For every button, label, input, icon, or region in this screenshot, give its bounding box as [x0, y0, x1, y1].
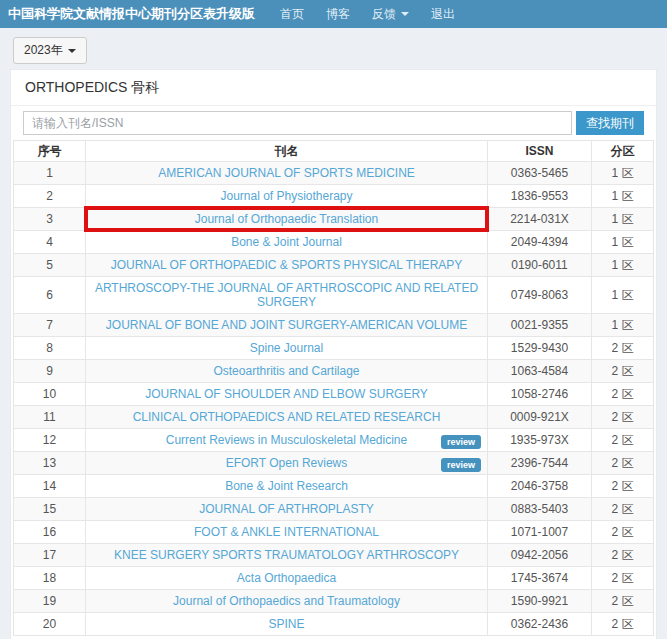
journal-link[interactable]: Bone & Joint Research — [225, 479, 348, 493]
journal-link[interactable]: Bone & Joint Journal — [231, 235, 342, 249]
col-issn: 0749-8063 — [488, 277, 592, 314]
search-input[interactable] — [23, 111, 572, 135]
journal-link[interactable]: Osteoarthritis and Cartilage — [213, 364, 359, 378]
table-row: 7JOURNAL OF BONE AND JOINT SURGERY-AMERI… — [14, 314, 654, 337]
column-header: 刊名 — [86, 141, 488, 162]
col-issn: 0362-2436 — [488, 613, 592, 636]
col-zone: 1 区 — [592, 208, 654, 231]
journal-link[interactable]: JOURNAL OF SHOULDER AND ELBOW SURGERY — [145, 387, 428, 401]
nav-item-feedback[interactable]: 反馈 — [361, 6, 420, 23]
review-badge: review — [441, 458, 481, 472]
journal-link[interactable]: Current Reviews in Musculoskeletal Medic… — [166, 433, 407, 447]
col-zone: 2 区 — [592, 360, 654, 383]
col-issn: 0009-921X — [488, 406, 592, 429]
journal-link[interactable]: JOURNAL OF BONE AND JOINT SURGERY-AMERIC… — [106, 318, 467, 332]
table-row: 12Current Reviews in Musculoskeletal Med… — [14, 429, 654, 452]
top-navbar: 中国科学院文献情报中心期刊分区表升级版 首页博客反馈退出 — [0, 0, 667, 28]
journal-link[interactable]: JOURNAL OF ORTHOPAEDIC & SPORTS PHYSICAL… — [111, 258, 463, 272]
nav-item-home[interactable]: 首页 — [269, 6, 315, 23]
caret-down-icon — [401, 12, 409, 16]
col-zone: 2 区 — [592, 337, 654, 360]
col-issn: 0021-9355 — [488, 314, 592, 337]
col-zone: 2 区 — [592, 590, 654, 613]
col-index: 19 — [14, 590, 86, 613]
journal-link[interactable]: FOOT & ANKLE INTERNATIONAL — [194, 525, 379, 539]
col-issn: 1836-9553 — [488, 185, 592, 208]
col-journal-name: ARTHROSCOPY-THE JOURNAL OF ARTHROSCOPIC … — [86, 277, 488, 314]
year-dropdown-button[interactable]: 2023年 — [13, 37, 87, 64]
journal-table-body: 1AMERICAN JOURNAL OF SPORTS MEDICINE0363… — [14, 162, 654, 636]
col-issn: 0190-6011 — [488, 254, 592, 277]
col-issn: 2046-3758 — [488, 475, 592, 498]
col-journal-name: Journal of Orthopaedics and Traumatology — [86, 590, 488, 613]
col-zone: 2 区 — [592, 567, 654, 590]
journal-link[interactable]: SPINE — [268, 617, 304, 631]
journal-link[interactable]: AMERICAN JOURNAL OF SPORTS MEDICINE — [158, 166, 415, 180]
col-zone: 1 区 — [592, 254, 654, 277]
col-zone: 1 区 — [592, 314, 654, 337]
col-issn: 2214-031X — [488, 208, 592, 231]
table-row: 2Journal of Physiotherapy1836-95531 区 — [14, 185, 654, 208]
col-journal-name: Acta Orthopaedica — [86, 567, 488, 590]
table-row: 6ARTHROSCOPY-THE JOURNAL OF ARTHROSCOPIC… — [14, 277, 654, 314]
caret-down-icon — [68, 49, 76, 53]
col-zone: 1 区 — [592, 277, 654, 314]
col-index: 15 — [14, 498, 86, 521]
journal-link[interactable]: ARTHROSCOPY-THE JOURNAL OF ARTHROSCOPIC … — [95, 281, 478, 309]
journal-link[interactable]: JOURNAL OF ARTHROPLASTY — [199, 502, 374, 516]
col-journal-name: FOOT & ANKLE INTERNATIONAL — [86, 521, 488, 544]
col-index: 10 — [14, 383, 86, 406]
col-index: 7 — [14, 314, 86, 337]
col-journal-name: Osteoarthritis and Cartilage — [86, 360, 488, 383]
journal-link[interactable]: Spine Journal — [250, 341, 323, 355]
journal-link[interactable]: EFORT Open Reviews — [226, 456, 348, 470]
col-issn: 0942-2056 — [488, 544, 592, 567]
col-zone: 2 区 — [592, 383, 654, 406]
col-issn: 2396-7544 — [488, 452, 592, 475]
site-title: 中国科学院文献情报中心期刊分区表升级版 — [8, 5, 255, 23]
col-issn: 1529-9430 — [488, 337, 592, 360]
review-badge: review — [441, 435, 481, 449]
nav-item-logout[interactable]: 退出 — [420, 6, 466, 23]
search-bar: 查找期刊 — [11, 106, 656, 140]
nav-item-label: 反馈 — [372, 6, 396, 23]
table-row: 3Journal of Orthopaedic Translation2214-… — [14, 208, 654, 231]
col-journal-name: SPINE — [86, 613, 488, 636]
col-journal-name: JOURNAL OF ARTHROPLASTY — [86, 498, 488, 521]
journal-link[interactable]: KNEE SURGERY SPORTS TRAUMATOLOGY ARTHROS… — [114, 548, 459, 562]
col-index: 6 — [14, 277, 86, 314]
col-index: 9 — [14, 360, 86, 383]
table-row: 10JOURNAL OF SHOULDER AND ELBOW SURGERY1… — [14, 383, 654, 406]
journal-link[interactable]: Journal of Orthopaedics and Traumatology — [173, 594, 400, 608]
journal-link[interactable]: CLINICAL ORTHOPAEDICS AND RELATED RESEAR… — [133, 410, 441, 424]
col-issn: 1745-3674 — [488, 567, 592, 590]
column-header: 序号 — [14, 141, 86, 162]
table-header-row: 序号刊名ISSN分区 — [14, 141, 654, 162]
table-row: 11CLINICAL ORTHOPAEDICS AND RELATED RESE… — [14, 406, 654, 429]
col-zone: 2 区 — [592, 613, 654, 636]
col-journal-name: Journal of Physiotherapy — [86, 185, 488, 208]
journal-link[interactable]: Journal of Physiotherapy — [220, 189, 352, 203]
col-journal-name: EFORT Open Reviewsreview — [86, 452, 488, 475]
col-index: 11 — [14, 406, 86, 429]
col-index: 18 — [14, 567, 86, 590]
nav-item-label: 首页 — [280, 6, 304, 23]
search-journal-button[interactable]: 查找期刊 — [576, 111, 644, 135]
col-zone: 1 区 — [592, 231, 654, 254]
journal-link[interactable]: Journal of Orthopaedic Translation — [195, 212, 378, 226]
col-zone: 1 区 — [592, 162, 654, 185]
content-panel: ORTHOPEDICS 骨科 查找期刊 序号刊名ISSN分区 1AMERICAN… — [10, 69, 657, 639]
col-index: 20 — [14, 613, 86, 636]
year-dropdown-label: 2023年 — [24, 42, 63, 59]
col-journal-name: JOURNAL OF BONE AND JOINT SURGERY-AMERIC… — [86, 314, 488, 337]
col-index: 8 — [14, 337, 86, 360]
table-row: 8Spine Journal1529-94302 区 — [14, 337, 654, 360]
col-index: 16 — [14, 521, 86, 544]
col-issn: 1590-9921 — [488, 590, 592, 613]
journal-link[interactable]: Acta Orthopaedica — [237, 571, 336, 585]
col-journal-name: AMERICAN JOURNAL OF SPORTS MEDICINE — [86, 162, 488, 185]
column-header: 分区 — [592, 141, 654, 162]
nav-item-blog[interactable]: 博客 — [315, 6, 361, 23]
nav-item-label: 退出 — [431, 6, 455, 23]
table-row: 17KNEE SURGERY SPORTS TRAUMATOLOGY ARTHR… — [14, 544, 654, 567]
